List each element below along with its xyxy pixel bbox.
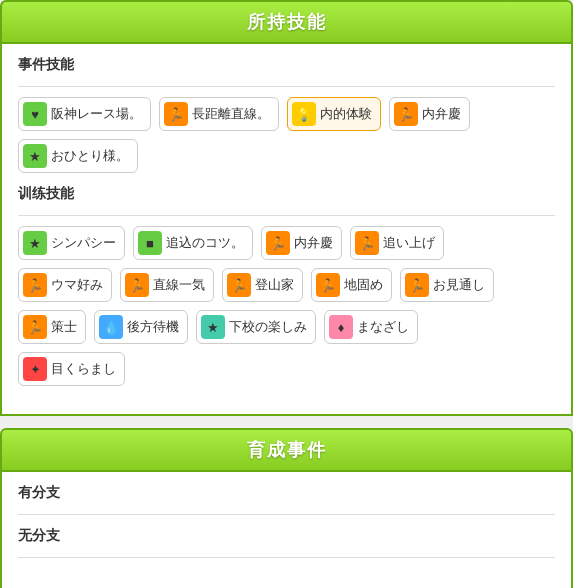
skill-oikomi: ■ 追込のコツ。 <box>133 226 253 260</box>
branch-no-block: 无分支 <box>18 527 555 558</box>
skill-gekou: ★ 下校の楽しみ <box>196 310 316 344</box>
skill-label-jigata: 地固め <box>344 276 383 294</box>
skill-label-gekou: 下校の楽しみ <box>229 318 307 336</box>
branch-no-title: 无分支 <box>18 527 555 547</box>
skill-icon-koho-taiki: 💧 <box>99 315 123 339</box>
skill-label-tozan: 登山家 <box>255 276 294 294</box>
skill-inner-experience: 💡 内的体験 <box>287 97 381 131</box>
event-skills-row-1: ♥ 阪神レース場。 🏃 長距離直線。 💡 内的体験 🏃 内弁慶 <box>18 97 555 131</box>
skill-sympathy: ★ シンパシー <box>18 226 125 260</box>
skill-icon-omietoshi: 🏃 <box>405 273 429 297</box>
skill-icon-sakushi: 🏃 <box>23 315 47 339</box>
skill-icon-jigata: 🏃 <box>316 273 340 297</box>
skill-koho-taiki: 💧 後方待機 <box>94 310 188 344</box>
skill-icon-uma-gonomi: 🏃 <box>23 273 47 297</box>
skill-ohitori: ★ おひとり様。 <box>18 139 138 173</box>
skill-label-sakushi: 策士 <box>51 318 77 336</box>
skills-section-title: 所持技能 <box>0 0 573 44</box>
training-skills-title: 训练技能 <box>18 185 555 205</box>
skill-label-ohitori: おひとり様。 <box>51 147 129 165</box>
skills-section-body: 事件技能 ♥ 阪神レース場。 🏃 長距離直線。 💡 内的体験 <box>0 44 573 416</box>
skill-manazashi: ♦ まなざし <box>324 310 418 344</box>
skill-icon-hansin: ♥ <box>23 102 47 126</box>
skill-sakushi: 🏃 策士 <box>18 310 86 344</box>
skill-icon-uchi-benkei-1: 🏃 <box>394 102 418 126</box>
skill-label-oikomi: 追込のコツ。 <box>166 234 244 252</box>
skill-me-kuramashi: ✦ 目くらまし <box>18 352 125 386</box>
skill-icon-sympathy: ★ <box>23 231 47 255</box>
skill-label-manazashi: まなざし <box>357 318 409 336</box>
skill-chokusen-ikki: 🏃 直線一気 <box>120 268 214 302</box>
skill-oiage: 🏃 追い上げ <box>350 226 444 260</box>
skill-label-oiage: 追い上げ <box>383 234 435 252</box>
skill-label-inner-experience: 内的体験 <box>320 105 372 123</box>
skill-label-uchi-benkei-1: 内弁慶 <box>422 105 461 123</box>
skill-label-uchi-benkei-2: 内弁慶 <box>294 234 333 252</box>
skill-long-straight: 🏃 長距離直線。 <box>159 97 279 131</box>
event-skills-row-2: ★ おひとり様。 <box>18 139 555 173</box>
skill-label-long-straight: 長距離直線。 <box>192 105 270 123</box>
skill-icon-chokusen-ikki: 🏃 <box>125 273 149 297</box>
skill-icon-manazashi: ♦ <box>329 315 353 339</box>
training-skills-row-1: ★ シンパシー ■ 追込のコツ。 🏃 内弁慶 🏃 追い上げ <box>18 226 555 260</box>
skill-icon-uchi-benkei-2: 🏃 <box>266 231 290 255</box>
skill-icon-oikomi: ■ <box>138 231 162 255</box>
skill-icon-oiage: 🏃 <box>355 231 379 255</box>
skill-icon-inner-experience: 💡 <box>292 102 316 126</box>
skill-uchi-benkei-1: 🏃 内弁慶 <box>389 97 470 131</box>
skill-label-chokusen-ikki: 直線一気 <box>153 276 205 294</box>
skill-icon-ohitori: ★ <box>23 144 47 168</box>
skill-uchi-benkei-2: 🏃 内弁慶 <box>261 226 342 260</box>
skill-label-omietoshi: お見通し <box>433 276 485 294</box>
training-skills-row-4: ✦ 目くらまし <box>18 352 555 386</box>
skill-uma-gonomi: 🏃 ウマ好み <box>18 268 112 302</box>
skill-icon-me-kuramashi: ✦ <box>23 357 47 381</box>
skill-tozan: 🏃 登山家 <box>222 268 303 302</box>
skills-section: 所持技能 事件技能 ♥ 阪神レース場。 🏃 長距離直線。 💡 <box>0 0 573 416</box>
page-wrapper: 所持技能 事件技能 ♥ 阪神レース場。 🏃 長距離直線。 💡 <box>0 0 573 588</box>
event-skills-block: 事件技能 ♥ 阪神レース場。 🏃 長距離直線。 💡 内的体験 <box>18 56 555 173</box>
event-skills-title: 事件技能 <box>18 56 555 76</box>
branch-yes-block: 有分支 <box>18 484 555 515</box>
training-skills-row-3: 🏃 策士 💧 後方待機 ★ 下校の楽しみ ♦ まなざし <box>18 310 555 344</box>
training-events-title: 育成事件 <box>0 428 573 472</box>
skill-icon-long-straight: 🏃 <box>164 102 188 126</box>
skill-label-sympathy: シンパシー <box>51 234 116 252</box>
skill-jigata: 🏃 地固め <box>311 268 392 302</box>
skill-icon-tozan: 🏃 <box>227 273 251 297</box>
skill-hansin: ♥ 阪神レース場。 <box>18 97 151 131</box>
training-skills-row-2: 🏃 ウマ好み 🏃 直線一気 🏃 登山家 🏃 地固め <box>18 268 555 302</box>
skill-label-uma-gonomi: ウマ好み <box>51 276 103 294</box>
skill-icon-gekou: ★ <box>201 315 225 339</box>
skill-omietoshi: 🏃 お見通し <box>400 268 494 302</box>
training-events-section: 育成事件 有分支 无分支 <box>0 428 573 588</box>
skill-label-koho-taiki: 後方待機 <box>127 318 179 336</box>
training-skills-block: 训练技能 ★ シンパシー ■ 追込のコツ。 🏃 内弁慶 <box>18 185 555 386</box>
skill-label-me-kuramashi: 目くらまし <box>51 360 116 378</box>
branch-yes-title: 有分支 <box>18 484 555 504</box>
skill-label-hansin: 阪神レース場。 <box>51 105 142 123</box>
training-events-body: 有分支 无分支 <box>0 472 573 588</box>
